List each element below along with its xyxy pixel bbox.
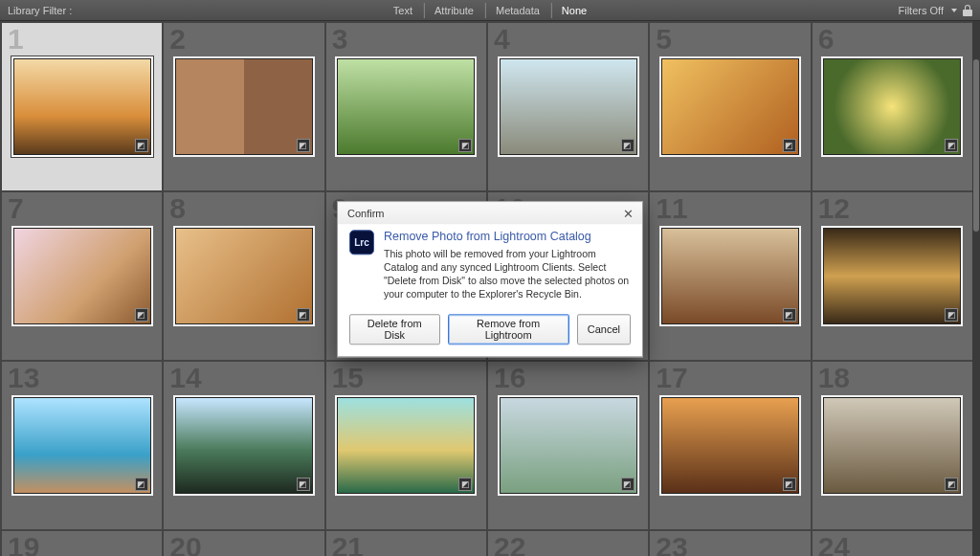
thumbnail[interactable]: ◩ [661, 397, 799, 495]
cell-index: 19 [8, 533, 39, 556]
thumbnail[interactable]: ◩ [175, 397, 313, 495]
grid-cell[interactable]: 15 ◩ [326, 362, 486, 529]
cell-index: 23 [656, 533, 687, 556]
thumb-badge-icon: ◩ [135, 139, 148, 152]
cell-index: 15 [332, 364, 364, 392]
thumb-badge-icon: ◩ [783, 139, 796, 152]
dialog-close-icon[interactable]: ✕ [621, 207, 635, 220]
grid-cell[interactable]: 21 [326, 531, 486, 556]
filter-bar-label: Library Filter : [8, 5, 72, 16]
confirm-dialog: Confirm ✕ Lrc Remove Photo from Lightroo… [337, 201, 643, 357]
thumb-badge-icon: ◩ [458, 139, 472, 152]
thumb-badge-icon: ◩ [297, 139, 310, 152]
filters-dropdown-icon[interactable] [951, 9, 957, 12]
thumbnail[interactable]: ◩ [823, 58, 961, 156]
grid-cell[interactable]: 19 [2, 531, 162, 556]
cell-index: 20 [169, 533, 201, 556]
grid-cell[interactable]: 20 [164, 531, 323, 556]
thumb-badge-icon: ◩ [621, 139, 635, 152]
thumb-badge-icon: ◩ [945, 139, 958, 152]
thumb-badge-icon: ◩ [945, 308, 958, 322]
grid-cell[interactable]: 3 ◩ [326, 23, 486, 190]
app-icon-label: Lrc [354, 237, 369, 248]
cell-index: 17 [656, 364, 687, 392]
thumbnail[interactable]: ◩ [500, 58, 637, 156]
cell-index: 16 [494, 364, 525, 392]
lightroom-app-icon: Lrc [349, 230, 374, 255]
library-grid-wrap: 1 ◩ 2 ◩ 3 ◩ 4 ◩ 5 ◩ 6 ◩ 7 ◩ 8 ◩ [0, 21, 980, 556]
dialog-button-row: Delete from Disk Remove from Lightroom C… [338, 311, 642, 357]
grid-cell[interactable]: 4 ◩ [488, 23, 648, 190]
filter-tab-attribute[interactable]: Attribute [424, 3, 483, 18]
dialog-heading: Remove Photo from Lightroom Catalog [384, 230, 631, 243]
grid-cell[interactable]: 1 ◩ [2, 23, 162, 190]
remove-from-lightroom-button[interactable]: Remove from Lightroom [448, 315, 569, 345]
filter-tabs: Text Attribute Metadata None [384, 3, 596, 18]
filter-bar-right: Filters Off [899, 5, 972, 16]
thumbnail[interactable]: ◩ [175, 228, 313, 325]
cell-index: 3 [332, 25, 348, 54]
thumb-badge-icon: ◩ [945, 478, 958, 491]
grid-cell[interactable]: 13 ◩ [2, 362, 162, 529]
thumbnail[interactable]: ◩ [13, 228, 151, 325]
filter-tab-none[interactable]: None [551, 3, 596, 18]
thumb-badge-icon: ◩ [135, 308, 148, 322]
grid-cell[interactable]: 16 ◩ [488, 362, 648, 529]
thumbnail[interactable]: ◩ [13, 58, 151, 156]
thumb-badge-icon: ◩ [783, 308, 796, 322]
thumbnail[interactable]: ◩ [337, 58, 475, 156]
cell-index: 18 [818, 364, 850, 392]
filter-tab-metadata[interactable]: Metadata [485, 3, 549, 18]
thumb-badge-icon: ◩ [135, 478, 148, 491]
grid-cell[interactable]: 8 ◩ [164, 192, 323, 360]
thumb-badge-icon: ◩ [458, 478, 472, 491]
grid-cell[interactable]: 2 ◩ [164, 23, 323, 190]
cell-index: 8 [169, 194, 186, 223]
library-filter-bar: Library Filter : Text Attribute Metadata… [0, 0, 980, 21]
cell-index: 22 [494, 533, 525, 556]
dialog-titlebar: Confirm ✕ [338, 202, 642, 224]
thumbnail[interactable]: ◩ [823, 228, 961, 325]
filter-lock-icon[interactable] [963, 5, 972, 16]
cell-index: 1 [8, 25, 24, 54]
filter-tab-text[interactable]: Text [384, 3, 422, 18]
dialog-title: Confirm [347, 208, 385, 219]
cell-index: 2 [169, 25, 186, 54]
grid-cell[interactable]: 17 ◩ [650, 362, 810, 529]
thumbnail[interactable]: ◩ [661, 58, 799, 156]
thumb-badge-icon: ◩ [297, 308, 310, 322]
grid-cell[interactable]: 12 ◩ [813, 192, 972, 360]
cell-index: 6 [818, 25, 835, 54]
grid-cell[interactable]: 11 ◩ [650, 192, 810, 360]
grid-cell[interactable]: 24 [813, 531, 972, 556]
grid-cell[interactable]: 7 ◩ [2, 192, 162, 360]
grid-cell[interactable]: 18 ◩ [813, 362, 972, 529]
cell-index: 21 [332, 533, 364, 556]
grid-scrollbar[interactable] [972, 21, 980, 556]
cell-index: 5 [656, 25, 672, 54]
thumbnail[interactable]: ◩ [175, 58, 313, 156]
cell-index: 14 [169, 364, 201, 392]
cell-index: 24 [818, 533, 850, 556]
cell-index: 12 [818, 194, 850, 223]
cancel-button[interactable]: Cancel [577, 315, 631, 345]
dialog-body: Lrc Remove Photo from Lightroom Catalog … [338, 224, 642, 310]
thumbnail[interactable]: ◩ [823, 397, 961, 495]
grid-cell[interactable]: 6 ◩ [813, 23, 972, 190]
thumb-badge-icon: ◩ [297, 478, 310, 491]
dialog-content: Remove Photo from Lightroom Catalog This… [384, 230, 631, 300]
grid-cell[interactable]: 22 [488, 531, 648, 556]
grid-cell[interactable]: 23 [650, 531, 810, 556]
thumbnail[interactable]: ◩ [337, 397, 475, 495]
grid-cell[interactable]: 14 ◩ [164, 362, 323, 529]
cell-index: 13 [8, 364, 39, 392]
thumbnail[interactable]: ◩ [13, 397, 151, 495]
delete-from-disk-button[interactable]: Delete from Disk [349, 315, 440, 345]
thumbnail[interactable]: ◩ [661, 228, 799, 325]
cell-index: 11 [656, 194, 687, 223]
dialog-message: This photo will be removed from your Lig… [384, 248, 631, 300]
filters-off-label[interactable]: Filters Off [899, 5, 944, 16]
grid-cell[interactable]: 5 ◩ [650, 23, 810, 190]
cell-index: 4 [494, 25, 510, 54]
thumbnail[interactable]: ◩ [500, 397, 637, 495]
